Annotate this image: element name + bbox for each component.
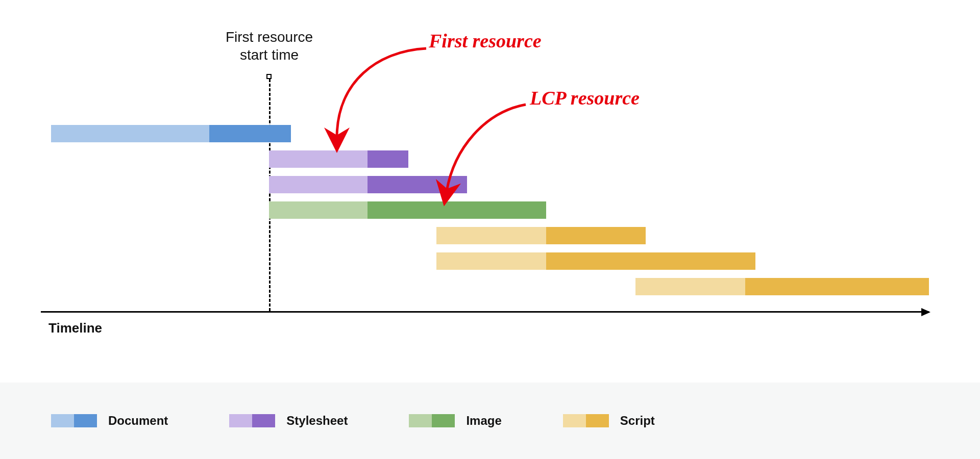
marker-line <box>269 79 271 311</box>
annotation-first-resource: First resource <box>429 30 542 52</box>
waterfall-bar <box>436 227 646 244</box>
bar-queued-segment <box>269 176 368 193</box>
legend-label: Stylesheet <box>286 414 348 428</box>
annotation-arrows-icon <box>51 36 929 352</box>
bar-download-segment <box>368 150 408 168</box>
legend-item: Document <box>51 414 168 428</box>
waterfall-bar <box>269 176 467 193</box>
legend-label: Image <box>466 414 501 428</box>
legend-swatch-icon <box>563 414 609 427</box>
bar-queued-segment <box>51 125 209 142</box>
legend-item: Stylesheet <box>229 414 348 428</box>
waterfall-bar <box>269 201 546 219</box>
marker-label: First resource start time <box>207 28 332 64</box>
bar-queued-segment <box>269 201 368 219</box>
bar-queued-segment <box>635 278 745 295</box>
legend-swatch-icon <box>51 414 97 427</box>
bar-download-segment <box>209 125 291 142</box>
legend-item: Script <box>563 414 655 428</box>
waterfall-bar <box>436 252 755 270</box>
legend-swatch-icon <box>409 414 455 427</box>
timeline-axis-label: Timeline <box>48 320 102 336</box>
waterfall-bar <box>51 125 291 142</box>
annotation-lcp-resource: LCP resource <box>530 87 640 109</box>
legend-label: Script <box>620 414 655 428</box>
bar-queued-segment <box>436 227 546 244</box>
marker-cap-icon <box>266 74 272 79</box>
bar-download-segment <box>745 278 929 295</box>
legend-swatch-icon <box>229 414 275 427</box>
bar-queued-segment <box>436 252 546 270</box>
chart-area: First resource start time First resource… <box>51 36 929 352</box>
legend-item: Image <box>409 414 501 428</box>
legend-label: Document <box>108 414 168 428</box>
bar-download-segment <box>546 227 646 244</box>
waterfall-bar <box>269 150 408 168</box>
bar-queued-segment <box>269 150 368 168</box>
bar-download-segment <box>368 201 546 219</box>
waterfall-bar <box>635 278 929 295</box>
bar-download-segment <box>546 252 755 270</box>
bar-download-segment <box>368 176 467 193</box>
waterfall-diagram: First resource start time First resource… <box>0 0 980 459</box>
legend: DocumentStylesheetImageScript <box>0 382 980 459</box>
timeline-axis <box>41 311 929 313</box>
